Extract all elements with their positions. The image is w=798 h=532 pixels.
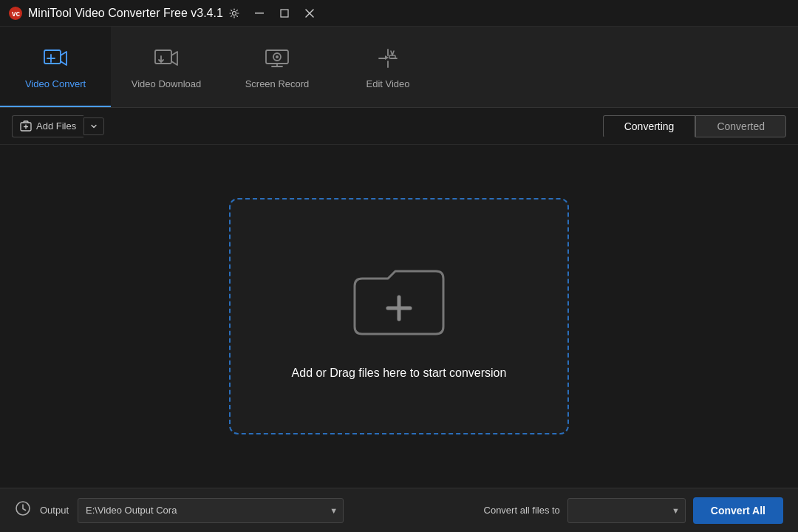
output-path-container: E:\Video Output Cora ▼ — [78, 498, 344, 523]
drop-hint-text: Add or Drag files here to start conversi… — [292, 366, 507, 380]
add-files-main-button[interactable]: Add Files — [12, 115, 83, 137]
add-files-dropdown-button[interactable] — [83, 117, 104, 135]
minimize-button[interactable] — [248, 4, 270, 22]
convert-all-button[interactable]: Convert All — [693, 497, 783, 524]
video-download-icon — [153, 45, 180, 74]
bottom-bar: Output E:\Video Output Cora ▼ Convert al… — [0, 488, 798, 532]
add-files-label: Add Files — [36, 120, 76, 132]
sub-tabs: Converting Converted — [603, 115, 786, 137]
output-label: Output — [40, 505, 69, 516]
add-files-button-group: Add Files — [12, 115, 104, 137]
svg-rect-12 — [389, 55, 395, 58]
maximize-button[interactable] — [273, 4, 296, 22]
toolbar: Add Files Converting Converted — [0, 108, 798, 145]
svg-rect-8 — [155, 50, 171, 64]
main-content: Add or Drag files here to start conversi… — [0, 145, 798, 488]
close-button[interactable] — [299, 4, 321, 22]
svg-rect-3 — [255, 13, 264, 14]
nav-tab-video-download-label: Video Download — [132, 78, 201, 89]
chevron-down-icon — [90, 123, 98, 130]
add-folder-svg — [340, 253, 458, 349]
nav-tab-screen-record[interactable]: Screen Record — [222, 27, 332, 107]
convert-all-section: Convert all files to ▼ Convert All — [484, 497, 783, 524]
app-title: MiniTool Video Converter Free v3.4.1 — [28, 7, 223, 20]
convert-format-select[interactable] — [567, 498, 686, 523]
drop-zone[interactable]: Add or Drag files here to start conversi… — [229, 198, 569, 434]
add-files-plus-icon — [20, 120, 32, 132]
svg-rect-4 — [281, 10, 288, 17]
nav-tab-edit-video-label: Edit Video — [366, 78, 409, 89]
svg-point-2 — [232, 11, 236, 15]
nav-bar: Video Convert Video Download Screen Reco… — [0, 27, 798, 108]
folder-icon — [340, 253, 458, 352]
nav-tab-video-convert[interactable]: Video Convert — [0, 27, 111, 107]
nav-tab-edit-video[interactable]: Edit Video — [332, 27, 443, 107]
screen-record-icon — [264, 45, 290, 74]
converted-tab[interactable]: Converted — [695, 115, 786, 137]
app-logo: vc — [9, 7, 22, 20]
title-bar: vc MiniTool Video Converter Free v3.4.1 — [0, 0, 798, 27]
convert-format-select-container: ▼ — [567, 498, 686, 523]
svg-point-11 — [276, 55, 279, 58]
video-convert-icon — [42, 45, 69, 74]
edit-video-icon — [375, 45, 401, 74]
nav-tab-screen-record-label: Screen Record — [245, 78, 310, 89]
svg-text:vc: vc — [12, 10, 21, 18]
convert-all-files-label: Convert all files to — [484, 505, 560, 516]
nav-tab-video-download[interactable]: Video Download — [111, 27, 222, 107]
converting-tab[interactable]: Converting — [603, 115, 696, 137]
output-clock-icon — [15, 500, 31, 520]
output-path-select[interactable]: E:\Video Output Cora — [78, 498, 344, 523]
settings-button[interactable] — [223, 4, 245, 22]
svg-rect-7 — [44, 50, 61, 64]
window-controls — [223, 4, 321, 22]
nav-tab-video-convert-label: Video Convert — [25, 78, 86, 89]
